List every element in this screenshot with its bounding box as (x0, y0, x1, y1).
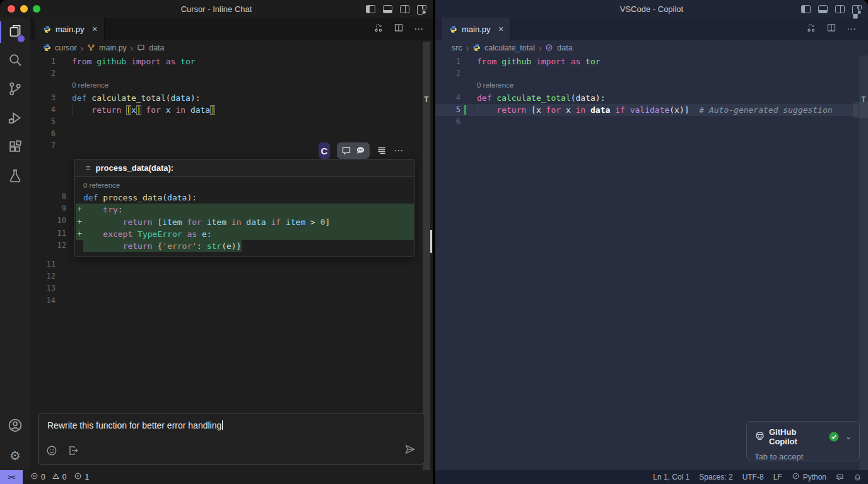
code-line: 12 (30, 270, 56, 282)
open-changes-icon[interactable] (806, 23, 816, 35)
code-line: 0 reference (435, 79, 858, 91)
split-editor-icon[interactable] (826, 23, 836, 35)
chat-input-icons (46, 445, 79, 459)
comment-icon[interactable] (341, 146, 351, 156)
toggle-panel-icon[interactable] (818, 5, 828, 13)
line-content: 0 reference (83, 180, 120, 192)
more-actions-icon[interactable]: ⋯ (847, 23, 857, 35)
line-number: 7 (30, 140, 56, 152)
copilot-title: GitHub Copilot (769, 427, 825, 446)
toggle-secondary-sidebar-icon[interactable] (400, 5, 409, 13)
status-bar: Ln 1, Col 1 Spaces: 2 UTF-8 LF Python (435, 470, 868, 484)
breadcrumb: cursor › main.py › data (30, 40, 425, 55)
sidebar-item-run-debug[interactable] (0, 105, 30, 134)
editor-code[interactable]: 1from github import as tor20 reference3d… (30, 55, 421, 153)
tab-close-icon[interactable]: ✕ (498, 25, 504, 33)
breadcrumb-item[interactable]: main.py (99, 43, 127, 52)
tab-bar: main.py ✕ (435, 18, 868, 40)
code-line: 2 (435, 67, 858, 79)
screen: Cursor - Inline Chat (0, 0, 868, 484)
code-line: 12 (30, 239, 66, 251)
toggle-sidebar-icon[interactable] (366, 5, 375, 13)
diff-added-marker: + (76, 204, 83, 216)
error-count: 0 (41, 473, 45, 481)
scrollbar[interactable]: T (423, 42, 430, 470)
code-line: 14 (30, 295, 56, 307)
tab-close-icon[interactable]: ✕ (92, 25, 98, 33)
insert-into-file-icon[interactable] (67, 445, 79, 459)
zoom-window-button[interactable] (33, 5, 40, 13)
encoding[interactable]: UTF-8 (742, 473, 764, 481)
split-editor-icon[interactable] (394, 23, 404, 35)
customize-layout-icon[interactable] (417, 5, 426, 13)
send-icon[interactable] (404, 444, 416, 458)
language-mode[interactable]: Python (792, 472, 826, 482)
line-number: 9 (30, 203, 66, 215)
port-status[interactable]: 1 (74, 472, 89, 482)
history-lines-icon[interactable] (377, 146, 387, 156)
panel-code[interactable]: 0 referencedef process_data(data):+ try:… (74, 177, 414, 256)
remote-indicator[interactable]: >< (0, 470, 23, 484)
copilot-widget: GitHub Copilot ⌄ Tab to accept (746, 421, 860, 461)
language-mode-icon (792, 472, 800, 482)
breadcrumb-item[interactable]: data (557, 43, 572, 52)
more-actions-icon[interactable]: ⋯ (414, 23, 424, 35)
diff-added-marker (76, 240, 83, 252)
code-line: 4 return [x] for x in data] (30, 104, 421, 116)
line-number: 8 (30, 191, 66, 203)
cursor-logo-button[interactable]: C (319, 142, 330, 159)
more-options-icon[interactable]: ⋯ (394, 145, 404, 156)
scrollbar[interactable]: T (859, 55, 868, 470)
sidebar-item-extensions[interactable] (0, 134, 30, 163)
beaker-icon (8, 168, 23, 186)
indentation[interactable]: Spaces: 2 (699, 473, 732, 481)
tab-bar: main.py ✕ (30, 18, 433, 40)
cursor-position[interactable]: Ln 1, Col 1 (653, 473, 689, 481)
chat-bubble-icon[interactable] (355, 146, 365, 156)
line-number: 3 (30, 92, 56, 104)
toggle-secondary-sidebar-icon[interactable] (835, 5, 845, 13)
line-number (30, 79, 56, 91)
inline-chat-toolbar: C ⋯ (319, 142, 404, 159)
toggle-panel-icon[interactable] (383, 5, 392, 13)
line-number: 13 (30, 282, 56, 294)
diff-added-marker: + (76, 216, 83, 228)
account-icon (8, 418, 23, 435)
tab-main-py[interactable]: main.py ✕ (35, 18, 105, 40)
sidebar-item-testing[interactable] (0, 163, 30, 192)
close-window-button[interactable] (8, 5, 15, 13)
breadcrumb-item[interactable]: src (452, 43, 462, 52)
accounts-button[interactable] (0, 412, 30, 441)
chat-input[interactable]: Rewrite this function for better error h… (38, 413, 425, 464)
settings-button[interactable]: ⚙ (0, 441, 30, 470)
sidebar-item-source-control[interactable] (0, 76, 30, 105)
eol-sequence[interactable]: LF (773, 473, 782, 481)
chevron-right-icon: › (131, 43, 133, 53)
feedback-icon[interactable] (836, 473, 844, 481)
extensions-icon (8, 139, 23, 157)
line-content: from github import as tor (477, 55, 601, 67)
chevron-right-icon: › (81, 43, 83, 53)
tab-main-py[interactable]: main.py ✕ (442, 18, 511, 40)
check-badge-icon (829, 432, 839, 442)
code-line: 13 (30, 282, 56, 294)
editor-actions: ⋯ (373, 18, 424, 40)
inline-chat-panel: ≡ process_data(data): 0 referencedef pro… (74, 159, 414, 256)
customize-layout-icon[interactable] (852, 5, 862, 13)
editor-code[interactable]: 1from github import as tor20 reference4d… (435, 55, 858, 128)
breadcrumb-item[interactable]: cursor (55, 43, 77, 52)
toggle-sidebar-icon[interactable] (801, 5, 811, 13)
minimize-window-button[interactable] (20, 5, 28, 13)
chevron-down-icon[interactable]: ⌄ (845, 432, 852, 441)
sidebar-item-search[interactable] (0, 47, 30, 76)
sidebar-item-explorer[interactable] (0, 18, 30, 47)
line-number: 2 (435, 67, 460, 79)
breadcrumb-item[interactable]: calculate_total (484, 43, 535, 52)
code-line: 6 (30, 128, 421, 140)
open-changes-icon[interactable] (373, 23, 384, 35)
emoji-icon[interactable] (46, 445, 57, 459)
breadcrumb-item[interactable]: data (149, 43, 164, 52)
problems-status[interactable]: 0 0 (30, 472, 66, 482)
scrollbar-thumb[interactable] (430, 230, 432, 253)
bell-icon[interactable] (853, 473, 862, 481)
